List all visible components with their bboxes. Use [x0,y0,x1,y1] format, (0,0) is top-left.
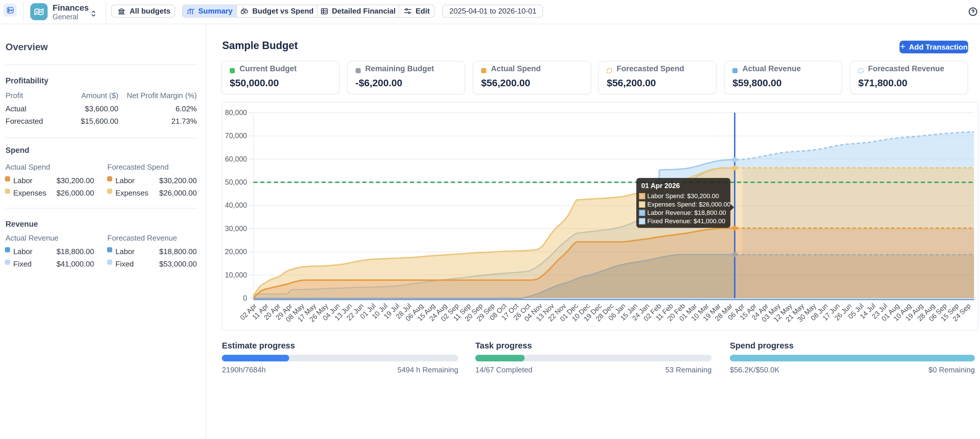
svg-text:70,000: 70,000 [225,132,247,140]
svg-text:40,000: 40,000 [225,201,247,209]
svg-text:50,000: 50,000 [225,178,247,186]
svg-text:10,000: 10,000 [225,271,247,279]
svg-text:60,000: 60,000 [225,155,247,163]
svg-text:30,000: 30,000 [225,224,247,232]
svg-text:80,000: 80,000 [225,108,247,116]
svg-text:0: 0 [243,294,247,302]
svg-text:20,000: 20,000 [225,248,247,256]
